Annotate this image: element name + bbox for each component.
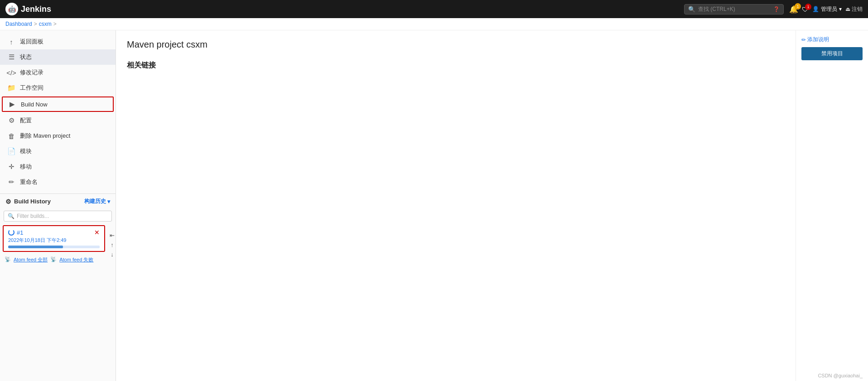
back-icon: ↑ — [7, 38, 15, 46]
filter-builds-box[interactable]: 🔍 — [4, 211, 112, 222]
sidebar-item-modules[interactable]: 📄 模块 — [0, 144, 116, 159]
navbar-icons: 🔔 1 🛡 1 👤 管理员 ▾ ⏏ 注销 — [789, 5, 863, 14]
sidebar-workspace-label: 工作空间 — [20, 84, 43, 92]
search-box[interactable]: 🔍 ❓ — [684, 4, 784, 14]
right-panel: ✏ 添加说明 禁用项目 — [796, 30, 868, 381]
build-history-section: ⚙ Build History 构建历史 ▾ 🔍 — [0, 193, 116, 266]
sidebar: ↑ 返回面板 ☰ 状态 </> 修改记录 📁 工作空间 ▶ Build Now … — [0, 30, 116, 381]
build-now-icon: ▶ — [8, 100, 16, 108]
logout-button[interactable]: ⏏ 注销 — [845, 5, 863, 13]
build-spinner — [8, 229, 14, 236]
pencil-icon: ✏ — [801, 37, 806, 43]
security-icon[interactable]: 🛡 1 — [802, 5, 809, 13]
sidebar-item-workspace[interactable]: 📁 工作空间 — [0, 80, 116, 96]
user-label: 管理员 — [821, 5, 837, 13]
filter-builds-input[interactable] — [17, 213, 108, 219]
build-nav-area: #1 ✕ 2022年10月18日 下午2:49 📡 Atom feed 全部 📡 — [0, 223, 116, 266]
security-badge: 1 — [805, 4, 811, 10]
atom-feed-fail-link[interactable]: Atom feed 失败 — [59, 256, 93, 263]
jenkins-logo-icon: 🤖 — [5, 3, 18, 15]
breadcrumb: Dashboard > csxm > — [0, 18, 868, 30]
build-item-wrapper: #1 ✕ 2022年10月18日 下午2:49 📡 Atom feed 全部 📡 — [0, 223, 108, 266]
build-history-link[interactable]: 构建历史 ▾ — [84, 198, 110, 205]
build-item-header: #1 ✕ — [8, 229, 100, 236]
atom-feed-all-link[interactable]: Atom feed 全部 — [14, 256, 48, 263]
footer: CSDN @guxiaohai_ — [818, 373, 863, 378]
sidebar-changes-label: 修改记录 — [20, 68, 43, 77]
status-icon: ☰ — [7, 53, 15, 61]
sidebar-rename-label: 重命名 — [20, 178, 38, 186]
layout: ↑ 返回面板 ☰ 状态 </> 修改记录 📁 工作空间 ▶ Build Now … — [0, 30, 868, 381]
sidebar-item-move[interactable]: ✛ 移动 — [0, 159, 116, 174]
page-title: Maven project csxm — [127, 39, 785, 50]
sidebar-delete-label: 删除 Maven project — [20, 132, 70, 140]
sidebar-item-delete[interactable]: 🗑 删除 Maven project — [0, 128, 116, 144]
build-time[interactable]: 2022年10月18日 下午2:49 — [8, 237, 100, 244]
filter-search-icon: 🔍 — [8, 213, 14, 219]
atom-icon-2: 📡 — [50, 256, 57, 263]
delete-icon: 🗑 — [7, 132, 15, 140]
user-icon: 👤 — [812, 6, 819, 12]
user-menu[interactable]: 👤 管理员 ▾ — [812, 5, 842, 13]
build-history-header: ⚙ Build History 构建历史 ▾ — [0, 194, 116, 209]
main-content: Maven project csxm 相关链接 — [116, 30, 796, 381]
jenkins-logo: 🤖 Jenkins — [5, 3, 51, 15]
workspace-icon: 📁 — [7, 84, 15, 92]
atom-icon-1: 📡 — [5, 256, 11, 263]
sidebar-item-changes[interactable]: </> 修改记录 — [0, 65, 116, 80]
user-chevron-icon: ▾ — [839, 6, 842, 12]
build-history-title: Build History — [14, 198, 51, 205]
breadcrumb-project[interactable]: csxm — [39, 21, 52, 27]
search-help-icon: ❓ — [773, 6, 780, 12]
sidebar-item-build-now[interactable]: ▶ Build Now — [2, 96, 114, 112]
nav-arrow-up[interactable]: ↑ — [110, 241, 115, 248]
notifications-badge: 1 — [795, 3, 801, 10]
disable-project-button[interactable]: 禁用项目 — [801, 47, 863, 60]
build-progress-track — [8, 246, 100, 248]
build-number: #1 — [8, 229, 23, 236]
logout-icon: ⏏ — [845, 6, 850, 12]
sidebar-configure-label: 配置 — [20, 116, 32, 125]
sidebar-build-now-label: Build Now — [21, 101, 48, 108]
breadcrumb-sep2: > — [53, 21, 57, 27]
build-progress-bar — [8, 246, 63, 248]
build-history-chevron-icon: ▾ — [107, 198, 110, 205]
add-description-label: 添加说明 — [807, 36, 829, 43]
notifications-bell[interactable]: 🔔 1 — [789, 5, 798, 14]
build-delete-icon[interactable]: ✕ — [94, 229, 100, 236]
navbar: 🤖 Jenkins 🔍 ❓ 🔔 1 🛡 1 👤 管理员 ▾ ⏏ — [0, 0, 868, 18]
jenkins-logo-text: Jenkins — [21, 5, 51, 14]
logout-label: 注销 — [852, 5, 863, 13]
breadcrumb-dashboard[interactable]: Dashboard — [5, 21, 32, 27]
related-links-title: 相关链接 — [127, 61, 785, 70]
move-icon: ✛ — [7, 163, 15, 171]
sidebar-status-label: 状态 — [20, 53, 32, 61]
atom-feeds: 📡 Atom feed 全部 📡 Atom feed 失败 — [0, 254, 108, 266]
search-icon: 🔍 — [688, 6, 695, 13]
build-history-link-label: 构建历史 — [84, 198, 106, 205]
nav-arrow-down[interactable]: ↓ — [110, 251, 115, 258]
navbar-left: 🤖 Jenkins — [5, 3, 51, 15]
build-number-label: #1 — [17, 229, 23, 236]
search-input[interactable] — [698, 6, 771, 12]
navbar-right: 🔍 ❓ 🔔 1 🛡 1 👤 管理员 ▾ ⏏ 注销 — [684, 4, 863, 14]
breadcrumb-sep1: > — [34, 21, 37, 27]
rename-icon: ✏ — [7, 178, 15, 186]
build-nav-side: ⇤ ↑ ↓ — [109, 223, 116, 266]
sidebar-item-status[interactable]: ☰ 状态 — [0, 49, 116, 65]
modules-icon: 📄 — [7, 147, 15, 155]
sidebar-item-configure[interactable]: ⚙ 配置 — [0, 113, 116, 128]
changes-icon: </> — [7, 68, 15, 77]
sidebar-item-rename[interactable]: ✏ 重命名 — [0, 174, 116, 190]
build-history-header-left: ⚙ Build History — [5, 198, 51, 205]
footer-text: CSDN @guxiaohai_ — [818, 373, 863, 378]
configure-icon: ⚙ — [7, 116, 15, 125]
sidebar-item-back[interactable]: ↑ 返回面板 — [0, 34, 116, 49]
build-item-1[interactable]: #1 ✕ 2022年10月18日 下午2:49 — [3, 225, 105, 252]
sidebar-move-label: 移动 — [20, 163, 32, 171]
sidebar-modules-label: 模块 — [20, 147, 32, 155]
add-description-link[interactable]: ✏ 添加说明 — [801, 36, 863, 43]
sidebar-back-label: 返回面板 — [20, 38, 43, 46]
nav-arrow-top[interactable]: ⇤ — [110, 232, 115, 239]
build-history-gear-icon: ⚙ — [5, 198, 11, 205]
